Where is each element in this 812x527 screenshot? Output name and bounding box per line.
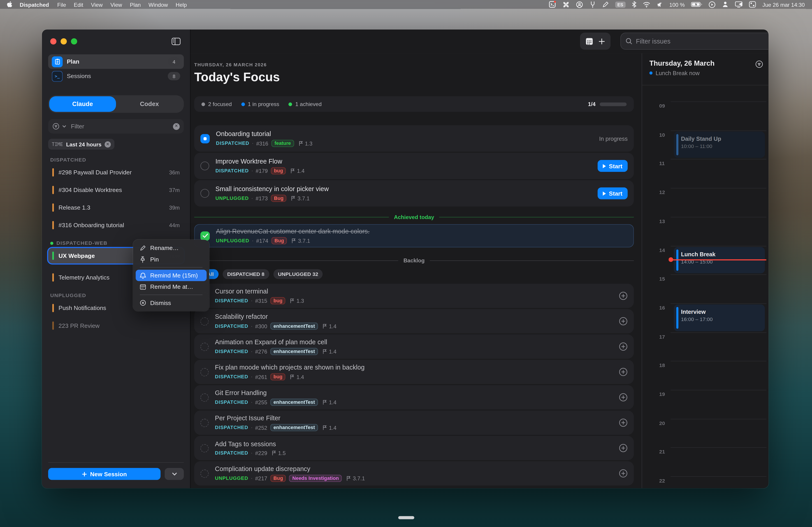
tuning-fork-icon[interactable]: [590, 1, 596, 8]
add-to-focus-button[interactable]: [619, 292, 628, 300]
start-button[interactable]: Start: [598, 160, 628, 172]
menu-window[interactable]: Window: [148, 1, 168, 8]
achieved-task-row[interactable]: Align RevenueCat customer center dark mo…: [194, 224, 634, 248]
start-button[interactable]: Start: [598, 188, 628, 200]
focus-task-row[interactable]: Small inconsistency in color picker view…: [194, 180, 634, 207]
backlog-checkbox[interactable]: [200, 444, 209, 452]
add-to-focus-button[interactable]: [619, 418, 628, 427]
battery-icon[interactable]: [691, 2, 702, 7]
backlog-row[interactable]: Per Project Issue FilterDISPATCHED·#252e…: [194, 411, 634, 435]
fast-user-switch-icon[interactable]: [722, 1, 729, 8]
task-checkbox[interactable]: [200, 162, 209, 170]
remove-chip-icon[interactable]: ✕: [104, 141, 111, 147]
backlog-row[interactable]: Complication update discrepancyUNPLUGGED…: [194, 462, 634, 486]
calendar-event[interactable]: Daily Stand Up10:00 – 11:00: [674, 131, 765, 158]
backlog-row[interactable]: Git Error HandlingDISPATCHED·#255enhance…: [194, 385, 634, 409]
achieved-checkbox[interactable]: [200, 231, 210, 240]
backlog-checkbox[interactable]: [200, 469, 209, 478]
backlog-checkbox[interactable]: [200, 317, 209, 325]
wifi-icon[interactable]: [642, 1, 650, 8]
task-checkbox[interactable]: [200, 189, 209, 198]
backlog-row[interactable]: Add Tags to sessionsDISPATCHED·#2291.5: [194, 436, 634, 460]
minimize-window-button[interactable]: [60, 38, 67, 45]
sidebar-session-item[interactable]: #304 Disable Worktrees37m: [48, 182, 184, 198]
sidebar-item-plan[interactable]: Plan 4: [48, 54, 184, 69]
backlog-checkbox[interactable]: [200, 342, 209, 351]
menu-view[interactable]: View: [110, 1, 122, 8]
focus-task-row[interactable]: Improve Worktree FlowDISPATCHED·#179bug1…: [194, 153, 634, 179]
backlog-row[interactable]: Scalability refactorDISPATCHED·#300enhan…: [194, 309, 634, 334]
backlog-checkbox[interactable]: [200, 419, 209, 427]
add-to-focus-button[interactable]: [619, 342, 628, 351]
screen-mirroring-icon[interactable]: [735, 1, 743, 8]
add-to-focus-button[interactable]: [619, 469, 628, 478]
menu-item-remind-me-at-[interactable]: Remind Me at…: [136, 281, 206, 292]
apple-menu-icon[interactable]: [7, 1, 12, 8]
close-window-button[interactable]: [50, 38, 57, 45]
menu-edit[interactable]: Edit: [74, 1, 83, 8]
task-body: Animation on Expand of plan mode cellDIS…: [215, 338, 612, 355]
control-center-icon[interactable]: [749, 1, 756, 8]
input-source-badge[interactable]: ES: [615, 1, 625, 8]
backlog-chip[interactable]: DISPATCHED 8: [222, 269, 269, 279]
menu-app-name[interactable]: Dispatched: [20, 1, 49, 8]
menu-file[interactable]: File: [57, 1, 66, 8]
calendar-view-button[interactable]: [585, 37, 593, 45]
event-title: Interview: [681, 308, 760, 315]
sidebar-filter-input[interactable]: Filter ✕: [48, 119, 184, 134]
session-options-button[interactable]: [165, 468, 184, 480]
menu-item-remind-me----m-[interactable]: Remind Me (15m): [136, 270, 206, 281]
menu-view[interactable]: View: [91, 1, 103, 8]
backlog-checkbox[interactable]: [200, 393, 209, 401]
menu-clock[interactable]: Jue 26 mar 14:30: [762, 1, 805, 8]
play-circle-icon[interactable]: [709, 1, 716, 8]
issue-number: #174: [256, 237, 268, 244]
zoom-window-button[interactable]: [71, 38, 77, 45]
add-to-focus-button[interactable]: [619, 317, 628, 325]
meta-separator: ·: [252, 237, 254, 243]
new-session-button[interactable]: New Session: [48, 468, 160, 480]
sidebar-session-item[interactable]: 223 PR Review: [48, 318, 184, 334]
backlog-row[interactable]: Animation on Expand of plan mode cellDIS…: [194, 334, 634, 359]
clear-filter-icon[interactable]: ✕: [173, 123, 180, 130]
user-circle-icon[interactable]: [576, 1, 583, 8]
menu-item-dismiss[interactable]: Dismiss: [136, 297, 206, 308]
in-progress-checkbox[interactable]: [200, 134, 210, 143]
add-button[interactable]: [598, 38, 606, 45]
sidebar-session-item[interactable]: #316 Onboarding tutorial44m: [48, 218, 184, 233]
meta-separator: ·: [251, 195, 253, 201]
hour-line: [671, 390, 767, 390]
pinwheel-icon[interactable]: [562, 1, 570, 8]
menu-help[interactable]: Help: [176, 1, 187, 8]
filter-issues-search[interactable]: Filter issues: [620, 33, 768, 50]
calendar-divider: [642, 53, 642, 488]
volume-muted-icon[interactable]: [656, 1, 663, 8]
add-to-focus-button[interactable]: [619, 393, 628, 402]
backlog-chip[interactable]: UNPLUGGED 32: [273, 269, 323, 279]
milestone-flag-icon: [346, 475, 351, 481]
calendar-filter-icon[interactable]: [755, 60, 764, 68]
session-accent-bar: [52, 304, 54, 312]
sidebar-toggle-icon[interactable]: [172, 37, 181, 46]
calendar-event[interactable]: Interview16:00 – 17:00: [674, 304, 765, 331]
terminal-status-icon[interactable]: [548, 0, 556, 8]
segment-codex[interactable]: Codex: [116, 96, 183, 112]
sidebar-item-sessions[interactable]: >_ Sessions 8: [48, 69, 184, 83]
segment-claude[interactable]: Claude: [49, 96, 116, 112]
status-stat: 2 focused: [202, 101, 232, 107]
menu-item-pin[interactable]: Pin: [136, 253, 206, 265]
menu-plan[interactable]: Plan: [130, 1, 141, 8]
sidebar-session-item[interactable]: Release 1.339m: [48, 200, 184, 216]
backlog-checkbox[interactable]: [200, 368, 209, 376]
sidebar-session-item[interactable]: #298 Paywall Dual Provider36m: [48, 165, 184, 180]
bluetooth-icon[interactable]: [632, 1, 636, 8]
backlog-row[interactable]: Cursor on terminalDISPATCHED·#315bug1.3: [194, 283, 634, 308]
focus-task-row[interactable]: Onboarding tutorialDISPATCHED·#316featur…: [194, 125, 634, 151]
pen-icon[interactable]: [602, 1, 609, 8]
add-to-focus-button[interactable]: [619, 444, 628, 453]
dock-handle[interactable]: [398, 516, 414, 519]
backlog-row[interactable]: Fix plan moode which projects are shown …: [194, 360, 634, 384]
add-to-focus-button[interactable]: [619, 367, 628, 376]
menu-item-rename-[interactable]: Rename…: [136, 242, 206, 253]
time-filter-chip[interactable]: TIME Last 24 hours ✕: [48, 139, 114, 149]
